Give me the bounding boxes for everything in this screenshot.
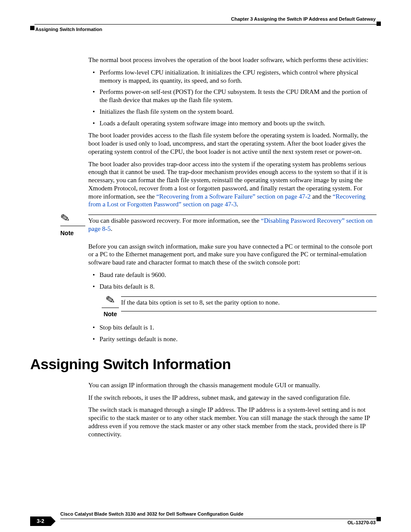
header-start-marker (30, 26, 34, 30)
body-content: The normal boot process involves the ope… (88, 56, 377, 438)
para: The switch stack is managed through a si… (88, 406, 377, 438)
para-prereq: Before you can assign switch information… (88, 243, 377, 267)
link-recover-failure[interactable]: “Recovering from a Software Failure” sec… (156, 193, 311, 200)
bullet-item: Loads a default operating system softwar… (88, 119, 377, 128)
page-header: Chapter 3 Assigning the Switch IP Addres… (30, 14, 381, 26)
bullet-list-settings-b: Stop bits default is 1. Parity settings … (88, 324, 377, 343)
page-footer: Cisco Catalyst Blade Switch 3130 and 303… (30, 519, 381, 519)
header-section: Assigning Switch Information (35, 27, 102, 32)
heading-assigning-switch-info: Assigning Switch Information (30, 355, 377, 373)
note-icon: ✎ (105, 294, 116, 307)
note-text: You can disable password recovery. For m… (88, 217, 377, 233)
para: If the switch reboots, it uses the IP ad… (88, 394, 377, 402)
note-label: Note (60, 230, 74, 237)
bullet-list-settings-a: Baud rate default is 9600. Data bits def… (88, 271, 377, 291)
bullet-item: Data bits default is 8. (88, 283, 377, 291)
footer-end-marker (377, 517, 381, 521)
para-trapdoor: The boot loader also provides trap-door … (88, 160, 377, 209)
document-page: Chapter 3 Assigning the Switch IP Addres… (0, 0, 411, 532)
footer-title: Cisco Catalyst Blade Switch 3130 and 303… (60, 511, 243, 516)
bullet-item: Stop bits default is 1. (88, 324, 377, 332)
footer-rule (60, 519, 381, 519)
bullet-item: Initializes the flash file system on the… (88, 108, 377, 116)
note-block-inner: ✎ Note If the data bits option is set to… (100, 295, 377, 318)
para: You can assign IP information through th… (88, 381, 377, 389)
bullet-item: Baud rate default is 9600. (88, 271, 377, 279)
note-block: ✎ Note You can disable password recovery… (60, 213, 377, 237)
header-end-marker (377, 22, 381, 26)
footer-doc-id: OL-13270-03 (348, 520, 376, 525)
note-label: Note (103, 311, 117, 318)
bullet-item: Performs power-on self-test (POST) for t… (88, 88, 377, 104)
bullet-item: Performs low-level CPU initialization. I… (88, 68, 377, 85)
page-number-badge: 3-2 (30, 516, 51, 526)
note-icon: ✎ (59, 212, 71, 224)
para-intro: The normal boot process involves the ope… (88, 56, 377, 64)
header-rule (34, 24, 377, 25)
note-text: If the data bits option is set to 8, set… (121, 299, 377, 307)
bullet-item: Parity settings default is none. (88, 335, 377, 343)
para-bootloader: The boot loader provides access to the f… (88, 131, 377, 156)
header-chapter: Chapter 3 Assigning the Switch IP Addres… (231, 16, 376, 22)
bullet-list-boot: Performs low-level CPU initialization. I… (88, 68, 377, 128)
